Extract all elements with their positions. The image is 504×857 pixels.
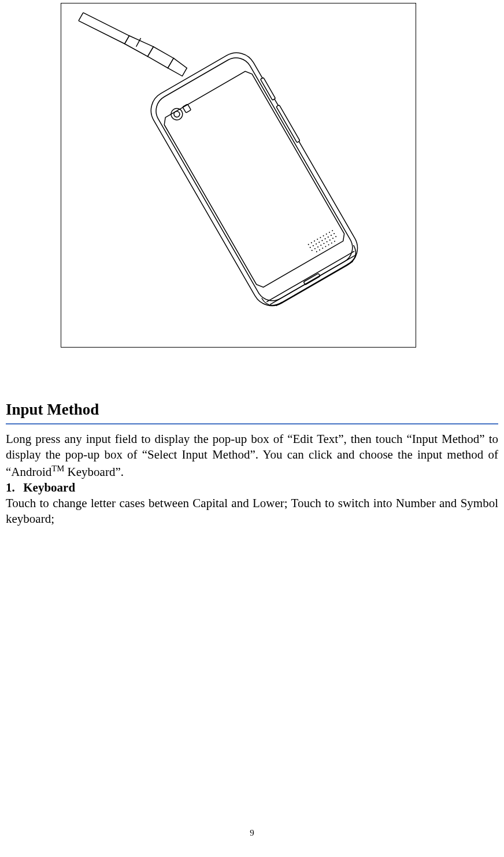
intro-paragraph: Long press any input field to display th… [6,431,498,480]
list-label: Keyboard [23,480,75,496]
list-item-keyboard: 1. Keyboard [6,480,498,496]
section-divider [6,423,498,424]
section-title: Input Method [6,401,498,419]
trademark-symbol: TM [51,464,64,473]
list-number: 1. [6,480,17,496]
intro-text-b: Keyboard”. [64,465,124,479]
page-number: 9 [250,828,254,838]
keyboard-paragraph: Touch to change letter cases between Cap… [6,496,498,527]
svg-rect-0 [144,46,365,313]
device-figure [61,3,416,348]
phone-cable-illustration [61,3,416,347]
